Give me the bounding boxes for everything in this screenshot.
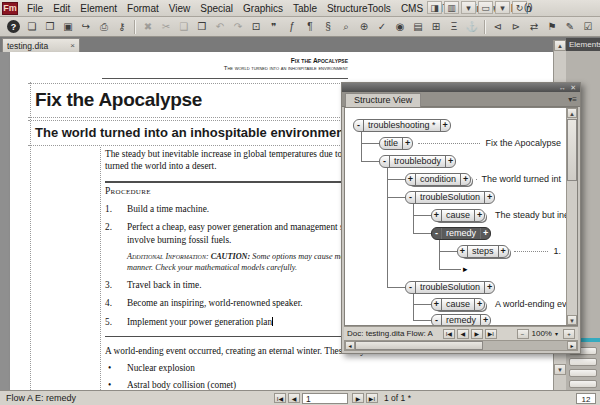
save-as-icon[interactable]: ↪ bbox=[78, 19, 94, 34]
menu-item[interactable]: CMS bbox=[396, 2, 428, 15]
scroll-down-icon[interactable]: ▼ bbox=[567, 315, 577, 325]
first-page-button[interactable]: I◀ bbox=[274, 393, 286, 403]
structure-node-condition[interactable]: +condition+ The world turned int bbox=[405, 172, 561, 186]
collapse-sign[interactable]: - bbox=[432, 228, 442, 239]
tab-elements[interactable]: Elements bbox=[566, 38, 600, 51]
help-icon[interactable]: ? bbox=[7, 20, 20, 33]
heading-block[interactable]: The world turned into an inhospitable en… bbox=[28, 120, 362, 146]
zoom-percentage-field[interactable]: 12 bbox=[576, 393, 596, 404]
panel-list-item[interactable] bbox=[569, 380, 597, 388]
expand-sign[interactable]: + bbox=[460, 174, 470, 185]
save-document-icon[interactable]: ▣ bbox=[60, 19, 76, 34]
menu-item[interactable]: Table bbox=[288, 2, 322, 15]
title-block[interactable]: Fix the Apocalypse bbox=[28, 83, 362, 118]
collapse-sign[interactable]: - bbox=[432, 315, 442, 326]
copy-icon[interactable]: ❑ bbox=[176, 19, 192, 34]
structure-node-title[interactable]: title+ Fix the Apocalypse bbox=[379, 136, 561, 150]
expand-sign[interactable]: + bbox=[440, 120, 450, 131]
scroll-up-icon[interactable]: ▲ bbox=[554, 40, 566, 51]
list-item[interactable]: • Astral body collision (comet) bbox=[105, 379, 437, 390]
equations-icon[interactable]: Ξ bbox=[446, 19, 462, 34]
menu-item[interactable]: Element bbox=[75, 2, 122, 15]
tab-structure-view[interactable]: Structure View bbox=[345, 93, 421, 107]
toggle-panel-icon[interactable]: ◨ bbox=[427, 1, 442, 14]
menu-item[interactable]: View bbox=[164, 2, 196, 15]
cut-icon[interactable]: ✂ bbox=[158, 19, 174, 34]
paragraph-designer-icon[interactable]: ¶ bbox=[302, 19, 318, 34]
spell-check-icon[interactable]: ✓ bbox=[374, 19, 390, 34]
structure-node-troubleshooting[interactable]: -troubleshooting *+ bbox=[353, 118, 451, 132]
zoom-tool-icon[interactable]: ⊕ bbox=[356, 19, 372, 34]
screen-mode-icon[interactable]: ▭ bbox=[478, 1, 493, 14]
expand-sign[interactable]: + bbox=[480, 315, 490, 326]
attributes-icon[interactable]: ✎ bbox=[562, 19, 578, 34]
menu-item[interactable]: Format bbox=[122, 2, 164, 15]
next-page-button[interactable]: ▶ bbox=[352, 393, 364, 403]
tab-close-icon[interactable]: × bbox=[70, 41, 75, 50]
scroll-up-icon[interactable]: ▲ bbox=[567, 108, 577, 118]
change-element-icon[interactable]: ⇄ bbox=[526, 19, 542, 34]
menu-item[interactable]: StructureTools bbox=[322, 2, 396, 15]
undo-icon[interactable]: ↶ bbox=[212, 19, 228, 34]
document-report-icon[interactable]: ▤ bbox=[410, 19, 426, 34]
collapse-sign[interactable]: - bbox=[380, 156, 390, 167]
lock-document-icon[interactable]: ⚷ bbox=[114, 19, 130, 34]
collapse-sign[interactable]: - bbox=[406, 282, 416, 293]
expand-sign[interactable]: + bbox=[484, 282, 494, 293]
find-icon[interactable]: ⌕ bbox=[338, 19, 354, 34]
next-page-button[interactable]: ▶ bbox=[471, 329, 483, 339]
collapse-sign[interactable]: - bbox=[354, 120, 364, 131]
scroll-left-icon[interactable]: ◂ bbox=[345, 341, 355, 350]
scroll-right-icon[interactable]: ▸ bbox=[567, 341, 577, 350]
separator[interactable] bbox=[484, 20, 486, 34]
structure-node-troublebody[interactable]: -troublebody+ bbox=[379, 154, 456, 168]
view-options-icon[interactable]: ◉ bbox=[392, 19, 408, 34]
tab-testing-dita[interactable]: testing.dita × bbox=[2, 38, 80, 52]
expand-sign[interactable]: + bbox=[445, 156, 455, 167]
delete-icon[interactable]: ✖ bbox=[140, 19, 156, 34]
framemaker-logo-icon[interactable]: Fm bbox=[2, 2, 18, 15]
insert-element-icon[interactable]: ⊲ bbox=[490, 19, 506, 34]
paste-icon[interactable]: ❒ bbox=[194, 19, 210, 34]
scroll-down-icon[interactable]: ▼ bbox=[554, 364, 566, 375]
structure-horizontal-scrollbar[interactable]: ◂ ▸ bbox=[344, 340, 578, 351]
anchor-icon[interactable]: ⚓ bbox=[464, 19, 480, 34]
expand-sign[interactable]: + bbox=[484, 192, 494, 203]
structure-node-cause-2[interactable]: +cause+ A world-ending ever bbox=[431, 297, 561, 311]
window-title-bar[interactable]: ↔ ✕ bbox=[342, 83, 580, 92]
panel-menu-icon[interactable]: ▾≡ bbox=[568, 95, 577, 104]
expand-sign[interactable]: + bbox=[480, 228, 490, 239]
layout-mode-arrow-icon[interactable]: ▾ bbox=[461, 1, 476, 14]
list-item[interactable]: • Nuclear explosion bbox=[105, 362, 437, 374]
expand-sign[interactable]: + bbox=[402, 138, 412, 149]
zoom-out-button[interactable]: − bbox=[517, 329, 529, 339]
panel-list-item[interactable] bbox=[569, 358, 597, 366]
structure-insertion-point[interactable]: ▸ bbox=[463, 262, 468, 276]
zoom-level[interactable]: 100% bbox=[532, 329, 552, 338]
wrap-element-icon[interactable]: ⊳ bbox=[508, 19, 524, 34]
menu-item[interactable]: Edit bbox=[48, 2, 75, 15]
redo-icon[interactable]: ↷ bbox=[230, 19, 246, 34]
structure-node-troublesolution[interactable]: -troubleSolution+ bbox=[405, 190, 495, 204]
expand-sign[interactable]: + bbox=[474, 210, 484, 221]
menu-item[interactable]: File bbox=[22, 2, 48, 15]
page-number-field[interactable]: 1 bbox=[302, 393, 348, 404]
structure-node-remedy-2[interactable]: -remedy+ bbox=[431, 313, 491, 325]
element-banner-icon[interactable]: ⚑ bbox=[544, 19, 560, 34]
new-document-icon[interactable]: ❏ bbox=[24, 19, 40, 34]
menu-item[interactable]: Graphics bbox=[238, 2, 288, 15]
style-catalog-icon[interactable]: § bbox=[320, 19, 336, 34]
last-page-button[interactable]: ▶I bbox=[485, 329, 497, 339]
panel-list-item[interactable] bbox=[569, 369, 597, 377]
prev-page-button[interactable]: ◀ bbox=[457, 329, 469, 339]
separator[interactable] bbox=[134, 20, 136, 34]
expand-sign[interactable]: + bbox=[498, 246, 508, 257]
smart-quotes-icon[interactable]: ❞ bbox=[266, 19, 282, 34]
panel-close-icon[interactable]: ✕ bbox=[570, 83, 576, 92]
expand-sign[interactable]: + bbox=[458, 246, 468, 257]
prev-page-button[interactable]: ◀ bbox=[288, 393, 300, 403]
last-page-button[interactable]: ▶I bbox=[366, 393, 378, 403]
structure-tree-area[interactable]: -troubleshooting *+ title+ Fix the Apoca… bbox=[344, 107, 578, 326]
open-document-icon[interactable]: ❐ bbox=[42, 19, 58, 34]
structure-vertical-scrollbar[interactable]: ▲ ▼ bbox=[566, 108, 577, 325]
